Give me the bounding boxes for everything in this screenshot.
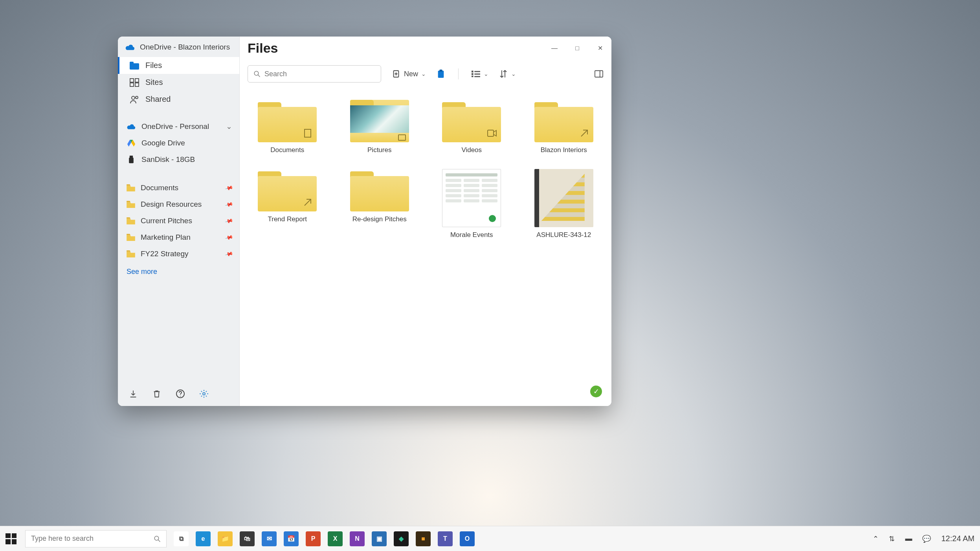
- sites-icon: [130, 78, 139, 87]
- taskbar-search-input[interactable]: [31, 534, 150, 543]
- account-sandisk[interactable]: SanDisk - 18GB: [118, 151, 239, 168]
- folder-icon: [258, 169, 317, 211]
- account-label: OneDrive - Personal: [141, 122, 209, 131]
- clock[interactable]: 12:24 AM: [941, 534, 974, 543]
- svg-rect-26: [305, 129, 311, 137]
- taskbar-app-outlook[interactable]: O: [460, 531, 475, 546]
- taskbar-app-excel[interactable]: X: [328, 531, 343, 546]
- help-icon: [176, 389, 185, 399]
- details-pane-button[interactable]: [594, 69, 604, 79]
- view-button[interactable]: ⌄: [471, 69, 488, 79]
- taskbar-app-powerpoint[interactable]: P: [306, 531, 321, 546]
- nav-sites[interactable]: Sites: [118, 74, 239, 91]
- file-label: Morale Events: [450, 231, 493, 239]
- taskbar-app-onenote[interactable]: N: [350, 531, 365, 546]
- taskbar-app-edge[interactable]: e: [196, 531, 211, 546]
- account-google-drive[interactable]: Google Drive: [118, 135, 239, 151]
- svg-rect-0: [130, 63, 139, 70]
- svg-rect-17: [439, 70, 442, 72]
- pin-icon: 📌: [224, 217, 233, 225]
- taskbar-app-mail[interactable]: ✉: [262, 531, 277, 546]
- pinned-label: Marketing Plan: [141, 233, 191, 242]
- taskbar-app-task-view[interactable]: ⧉: [174, 531, 189, 546]
- accounts-section: OneDrive - Personal ⌄ Google Drive SanDi…: [118, 108, 239, 168]
- downloads-button[interactable]: [128, 389, 138, 399]
- folder-videos[interactable]: Videos: [433, 100, 511, 154]
- nav-shared[interactable]: Shared: [118, 91, 239, 108]
- folder-icon: [127, 184, 135, 191]
- folder-icon: [127, 234, 135, 241]
- sidebar-account-header[interactable]: OneDrive - Blazon Interiors: [118, 37, 239, 57]
- new-icon: [391, 69, 401, 79]
- folder-icon: [127, 201, 135, 208]
- svg-point-6: [132, 96, 135, 99]
- pinned-label: Documents: [141, 184, 178, 192]
- close-button[interactable]: ✕: [594, 42, 606, 54]
- search-icon: [154, 535, 161, 542]
- see-more-link[interactable]: See more: [118, 262, 239, 281]
- svg-point-11: [180, 396, 181, 397]
- help-button[interactable]: [175, 389, 185, 399]
- taskbar-app-store[interactable]: 🛍: [240, 531, 255, 546]
- tray-battery-icon[interactable]: ▬: [905, 534, 912, 543]
- sidebar-footer: [118, 382, 239, 406]
- main-pane: Files — □ ✕ New ⌄ ⌄: [240, 37, 611, 406]
- taskbar-search[interactable]: [25, 530, 167, 547]
- download-icon: [129, 389, 138, 398]
- tray-network-icon[interactable]: ⇅: [889, 534, 895, 543]
- sort-button[interactable]: ⌄: [499, 69, 516, 79]
- svg-rect-1: [130, 62, 134, 64]
- file-ashlure[interactable]: ASHLURE-343-12: [525, 169, 603, 239]
- taskbar-app-teams[interactable]: T: [438, 531, 453, 546]
- search-box[interactable]: [248, 65, 381, 83]
- svg-rect-3: [135, 79, 139, 82]
- pinned-design-resources[interactable]: Design Resources 📌: [118, 196, 239, 213]
- folder-blazon-interiors[interactable]: Blazon Interiors: [525, 100, 603, 154]
- search-input[interactable]: [264, 70, 375, 78]
- usb-icon: [127, 156, 136, 163]
- taskbar-app-calendar[interactable]: 📅: [284, 531, 299, 546]
- nav-files[interactable]: Files: [118, 57, 239, 74]
- taskbar-app-photos[interactable]: ▣: [372, 531, 387, 546]
- trash-button[interactable]: [152, 389, 162, 399]
- pinned-marketing-plan[interactable]: Marketing Plan 📌: [118, 229, 239, 246]
- sync-status-icon[interactable]: ✓: [590, 386, 602, 397]
- pinned-documents[interactable]: Documents 📌: [118, 180, 239, 196]
- search-icon: [253, 70, 261, 77]
- file-label: Pictures: [367, 146, 391, 154]
- folder-documents[interactable]: Documents: [248, 100, 327, 154]
- document-icon: [442, 169, 501, 227]
- file-morale-events[interactable]: Morale Events: [433, 169, 511, 239]
- window-controls: — □ ✕: [549, 42, 606, 54]
- taskbar-app-app-b[interactable]: ■: [416, 531, 431, 546]
- svg-rect-5: [135, 83, 139, 86]
- pinned-fy22-strategy[interactable]: FY22 Strategy 📌: [118, 246, 239, 262]
- settings-button[interactable]: [199, 389, 209, 399]
- svg-rect-20: [472, 76, 473, 77]
- folder-icon: [127, 250, 135, 257]
- tray-notifications-icon[interactable]: 💬: [922, 534, 931, 543]
- gdrive-icon: [127, 139, 136, 147]
- tray-chevron-icon[interactable]: ⌃: [873, 534, 879, 543]
- svg-point-13: [254, 71, 259, 75]
- new-button[interactable]: New ⌄: [391, 69, 426, 79]
- folder-pictures[interactable]: Pictures: [341, 100, 419, 154]
- maximize-button[interactable]: □: [571, 42, 583, 54]
- pinned-label: Design Resources: [141, 200, 202, 209]
- account-label: SanDisk - 18GB: [141, 155, 195, 164]
- folder-icon: [258, 100, 317, 142]
- taskbar-app-app-a[interactable]: ◆: [394, 531, 409, 546]
- pinned-current-pitches[interactable]: Current Pitches 📌: [118, 213, 239, 229]
- folder-icon: [534, 100, 593, 142]
- start-button[interactable]: [6, 533, 17, 544]
- folder-redesign-pitches[interactable]: Re-design Pitches: [341, 169, 419, 239]
- svg-rect-27: [488, 130, 494, 136]
- minimize-button[interactable]: —: [549, 42, 560, 54]
- account-onedrive-personal[interactable]: OneDrive - Personal ⌄: [118, 118, 239, 135]
- svg-point-12: [203, 393, 205, 395]
- taskbar-apps: ⧉e📁🛍✉📅PXN▣◆■TO: [174, 531, 475, 546]
- taskbar-app-file-explorer[interactable]: 📁: [218, 531, 233, 546]
- folder-icon: [350, 169, 409, 211]
- paste-button[interactable]: [436, 69, 446, 79]
- folder-trend-report[interactable]: Trend Report: [248, 169, 327, 239]
